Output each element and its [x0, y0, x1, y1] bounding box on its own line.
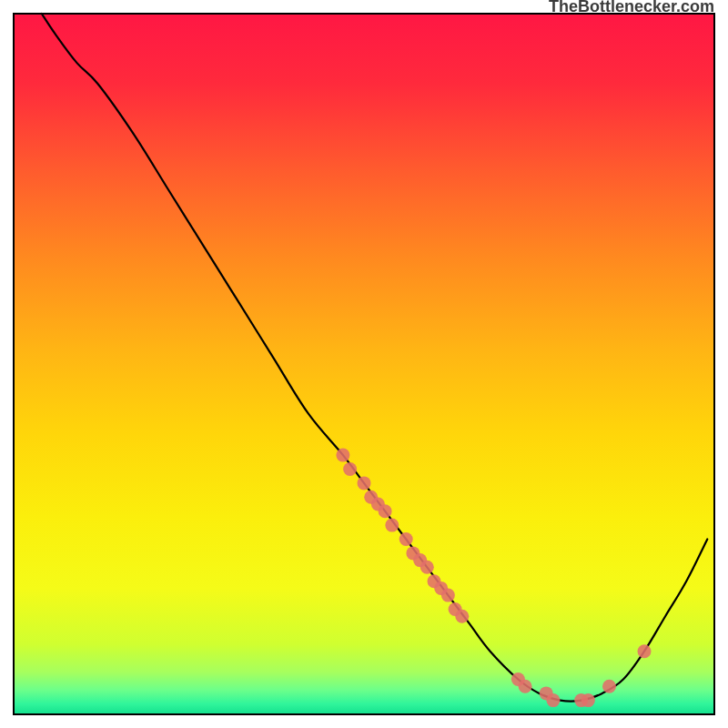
- data-point: [399, 532, 413, 546]
- data-point: [546, 693, 560, 707]
- data-point: [581, 693, 595, 707]
- data-point: [638, 644, 652, 658]
- data-point: [441, 589, 455, 602]
- data-point: [343, 462, 357, 476]
- plot-background: [14, 14, 714, 714]
- data-point: [519, 680, 532, 693]
- data-point: [455, 610, 469, 623]
- data-point: [336, 449, 349, 462]
- data-point: [420, 561, 434, 574]
- watermark-text: TheBottlenecker.com: [549, 0, 714, 15]
- data-point: [379, 504, 392, 518]
- bottleneck-chart: TheBottlenecker.com: [0, 0, 728, 728]
- data-point: [385, 519, 399, 532]
- data-point: [358, 476, 371, 490]
- data-point: [602, 680, 616, 693]
